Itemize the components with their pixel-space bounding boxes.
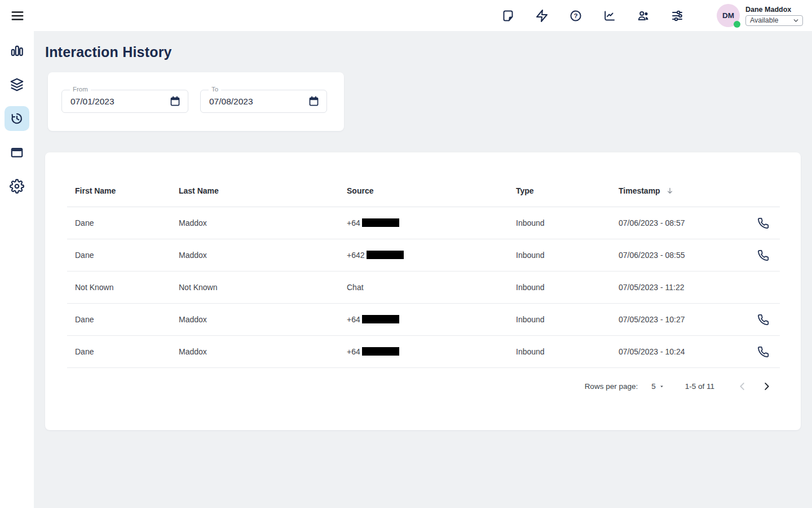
pagination-range: 1-5 of 11 (685, 382, 714, 391)
date-filter-card: From 07/01/2023 To 07/08/2023 (48, 72, 344, 131)
calendar-icon (308, 95, 320, 107)
sidebar-item-analytics[interactable] (5, 38, 29, 63)
cell-type: Inbound (508, 239, 611, 271)
previous-page-button[interactable] (737, 381, 748, 392)
redaction-bar (362, 347, 399, 356)
contacts-button[interactable] (637, 9, 650, 23)
phone-icon (757, 217, 769, 229)
to-date-value: 07/08/2023 (209, 97, 253, 107)
interaction-table-body: Dane Maddox +64 Inbound 07/06/2023 - 08:… (67, 207, 780, 368)
cell-first-name: Dane (67, 239, 171, 271)
cell-timestamp: 07/06/2023 - 08:57 (611, 207, 757, 239)
cell-first-name: Dane (67, 207, 171, 239)
call-button[interactable] (757, 217, 769, 229)
chevron-left-icon (737, 381, 748, 392)
cell-type: Inbound (508, 336, 611, 368)
help-button[interactable]: ? (569, 9, 582, 23)
sidebar-item-workspace[interactable] (5, 140, 29, 165)
cell-action (757, 271, 780, 304)
gear-icon (10, 179, 24, 194)
source-text: +642 (347, 251, 365, 260)
status-dot (734, 21, 740, 28)
interaction-table: First Name Last Name Source Type Timesta… (67, 175, 780, 368)
from-date-calendar-button[interactable] (169, 95, 181, 107)
table-header-row: First Name Last Name Source Type Timesta… (67, 175, 780, 207)
notes-icon (501, 9, 515, 23)
column-header-first-name[interactable]: First Name (67, 175, 171, 207)
cell-first-name: Dane (67, 304, 171, 336)
rows-per-page-value: 5 (651, 382, 656, 391)
status-select-value: Available (750, 16, 779, 24)
table-row[interactable]: Dane Maddox +64 Inbound 07/05/2023 - 10:… (67, 336, 780, 368)
cell-action (757, 336, 780, 368)
cell-timestamp: 07/06/2023 - 08:55 (611, 239, 757, 271)
browser-window-icon (10, 145, 24, 160)
chevron-right-icon (761, 381, 772, 392)
avatar[interactable]: DM (717, 4, 740, 27)
cell-source: +64 (339, 336, 508, 368)
redaction-bar (367, 251, 404, 259)
hamburger-menu-button[interactable] (10, 8, 25, 23)
status-select[interactable]: Available (745, 15, 803, 26)
phone-icon (757, 314, 769, 326)
from-date-field[interactable]: From 07/01/2023 (61, 90, 188, 113)
dropdown-arrow-icon (659, 383, 665, 389)
cell-source: Chat (339, 271, 508, 304)
cell-type: Inbound (508, 207, 611, 239)
hamburger-icon (10, 8, 25, 23)
column-header-type[interactable]: Type (508, 175, 611, 207)
bar-chart-icon (10, 43, 24, 58)
source-text: +64 (347, 347, 360, 356)
from-date-label: From (70, 86, 91, 93)
main-content: Interaction History From 07/01/2023 To 0… (34, 31, 812, 508)
help-icon: ? (569, 9, 582, 23)
table-row[interactable]: Dane Maddox +64 Inbound 07/06/2023 - 08:… (67, 207, 780, 239)
table-row[interactable]: Not Known Not Known Chat Inbound 07/05/2… (67, 271, 780, 304)
column-header-timestamp[interactable]: Timestamp (611, 175, 757, 207)
sort-desc-icon (665, 186, 674, 195)
interaction-table-card: First Name Last Name Source Type Timesta… (45, 152, 801, 430)
notes-button[interactable] (501, 9, 515, 23)
column-header-last-name[interactable]: Last Name (171, 175, 339, 207)
insights-button[interactable] (603, 9, 616, 23)
next-page-button[interactable] (761, 381, 772, 392)
user-name: Dane Maddox (745, 6, 803, 14)
cell-timestamp: 07/05/2023 - 10:27 (611, 304, 757, 336)
to-date-label: To (209, 86, 221, 93)
table-row[interactable]: Dane Maddox +64 Inbound 07/05/2023 - 10:… (67, 304, 780, 336)
cell-source: +64 (339, 207, 508, 239)
avatar-initials: DM (722, 11, 734, 20)
cell-last-name: Maddox (171, 304, 339, 336)
to-date-calendar-button[interactable] (308, 95, 320, 107)
svg-text:?: ? (573, 12, 577, 19)
sidebar-item-stacks[interactable] (5, 72, 29, 97)
source-text: +64 (347, 218, 360, 227)
call-button[interactable] (757, 346, 769, 358)
preferences-button[interactable] (670, 9, 684, 23)
rows-per-page-select[interactable]: 5 (651, 382, 665, 391)
table-row[interactable]: Dane Maddox +642 Inbound 07/06/2023 - 08… (67, 239, 780, 271)
to-date-field[interactable]: To 07/08/2023 (200, 90, 327, 113)
calendar-icon (169, 95, 181, 107)
history-icon (10, 111, 24, 126)
sliders-icon (670, 9, 684, 23)
topbar: ? (0, 0, 812, 31)
cell-type: Inbound (508, 271, 611, 304)
cell-last-name: Not Known (171, 271, 339, 304)
call-button[interactable] (757, 314, 769, 326)
pagination: Rows per page: 5 1-5 of 11 (67, 368, 780, 404)
call-button[interactable] (757, 249, 769, 261)
cell-last-name: Maddox (171, 336, 339, 368)
source-text: Chat (347, 283, 364, 292)
page-title: Interaction History (45, 44, 801, 60)
cell-first-name: Not Known (67, 271, 171, 304)
line-chart-icon (603, 9, 616, 23)
sidebar-item-settings[interactable] (5, 174, 29, 199)
sidebar-item-interaction-history[interactable] (5, 106, 29, 131)
column-header-actions (757, 175, 780, 207)
cell-source: +642 (339, 239, 508, 271)
column-header-source[interactable]: Source (339, 175, 508, 207)
phone-icon (757, 249, 769, 261)
topbar-actions: ? (501, 4, 803, 27)
quick-actions-button[interactable] (535, 9, 549, 23)
